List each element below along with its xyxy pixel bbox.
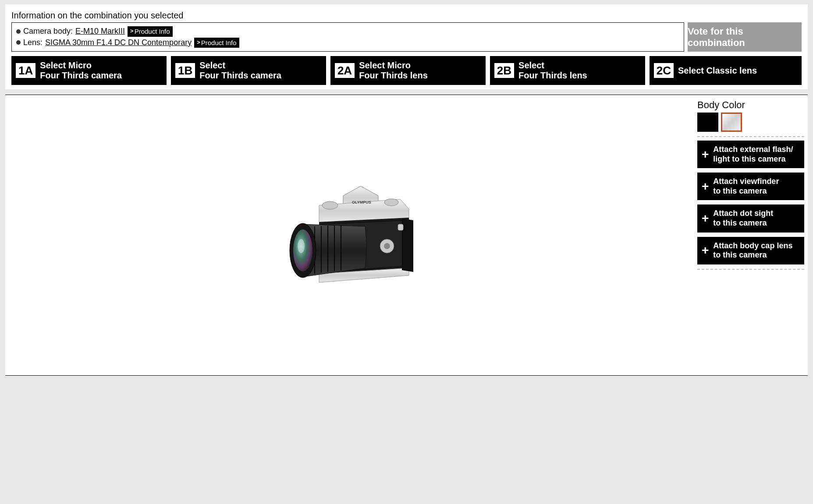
attach-label: Attach viewfinderto this camera — [713, 177, 779, 196]
product-info-badge-body[interactable]: > Product Info — [128, 26, 172, 37]
info-section-title: Information on the combination you selec… — [11, 11, 802, 21]
body-color-silver-swatch[interactable] — [721, 113, 742, 132]
vote-label: Vote for this combination — [688, 26, 802, 49]
attach-label: Attach body cap lensto this camera — [713, 241, 792, 260]
camera-preview-area: OLYMPUS — [5, 95, 694, 375]
bullet-icon — [16, 29, 21, 34]
tab-code: 2C — [654, 63, 674, 78]
tab-code: 1A — [16, 63, 36, 78]
attach-dotsight-button[interactable]: + Attach dot sightto this camera — [697, 204, 804, 232]
tab-label: SelectFour Thirds lens — [518, 60, 587, 81]
selection-info-box: Camera body: E-M10 MarkIII > Product Inf… — [11, 22, 684, 52]
product-info-label: Product Info — [135, 27, 170, 36]
attach-viewfinder-button[interactable]: + Attach viewfinderto this camera — [697, 173, 804, 200]
attach-label: Attach external flash/light to this came… — [713, 145, 793, 164]
step-tab-bar: 1A Select MicroFour Thirds camera 1B Sel… — [11, 56, 802, 85]
attach-label: Attach dot sightto this camera — [713, 209, 773, 228]
tab-2b[interactable]: 2B SelectFour Thirds lens — [490, 56, 645, 85]
svg-point-13 — [298, 239, 305, 253]
body-color-title: Body Color — [697, 99, 804, 111]
chevron-right-icon: > — [130, 28, 134, 35]
tab-1a[interactable]: 1A Select MicroFour Thirds camera — [11, 56, 167, 85]
tab-label: Select Classic lens — [678, 66, 757, 76]
svg-rect-4 — [398, 224, 403, 230]
tab-code: 2B — [494, 63, 514, 78]
plus-icon: + — [702, 180, 709, 193]
lens-label: Lens: — [23, 38, 43, 48]
bullet-icon — [16, 40, 21, 45]
svg-point-0 — [322, 201, 338, 209]
divider — [697, 136, 804, 137]
vote-button[interactable]: Vote for this combination — [688, 22, 802, 52]
camera-icon: OLYMPUS — [277, 178, 422, 292]
attach-flash-button[interactable]: + Attach external flash/light to this ca… — [697, 141, 804, 168]
tab-label: Select MicroFour Thirds camera — [40, 60, 122, 81]
svg-text:OLYMPUS: OLYMPUS — [352, 200, 371, 204]
svg-point-1 — [384, 199, 398, 206]
tab-code: 2A — [335, 63, 355, 78]
divider — [697, 269, 804, 270]
tab-label: Select MicroFour Thirds lens — [359, 60, 428, 81]
chevron-right-icon: > — [197, 39, 200, 46]
plus-icon: + — [702, 148, 709, 161]
lens-link[interactable]: SIGMA 30mm F1.4 DC DN Contemporary — [45, 38, 192, 48]
camera-body-link[interactable]: E-M10 MarkIII — [75, 26, 125, 36]
options-sidebar: Body Color + Attach external flash/light… — [694, 95, 808, 375]
svg-point-3 — [384, 243, 390, 249]
camera-illustration: OLYMPUS — [277, 178, 422, 292]
tab-code: 1B — [175, 63, 195, 78]
product-info-label: Product Info — [201, 39, 237, 47]
plus-icon: + — [702, 244, 709, 257]
tab-2c[interactable]: 2C Select Classic lens — [650, 56, 802, 85]
attach-bodycap-button[interactable]: + Attach body cap lensto this camera — [697, 237, 804, 264]
tab-label: SelectFour Thirds camera — [199, 60, 281, 81]
tab-2a[interactable]: 2A Select MicroFour Thirds lens — [330, 56, 486, 85]
plus-icon: + — [702, 212, 709, 225]
body-color-black-swatch[interactable] — [697, 113, 718, 132]
product-info-badge-lens[interactable]: > Product Info — [194, 38, 239, 48]
camera-body-label: Camera body: — [23, 26, 73, 36]
tab-1b[interactable]: 1B SelectFour Thirds camera — [171, 56, 326, 85]
